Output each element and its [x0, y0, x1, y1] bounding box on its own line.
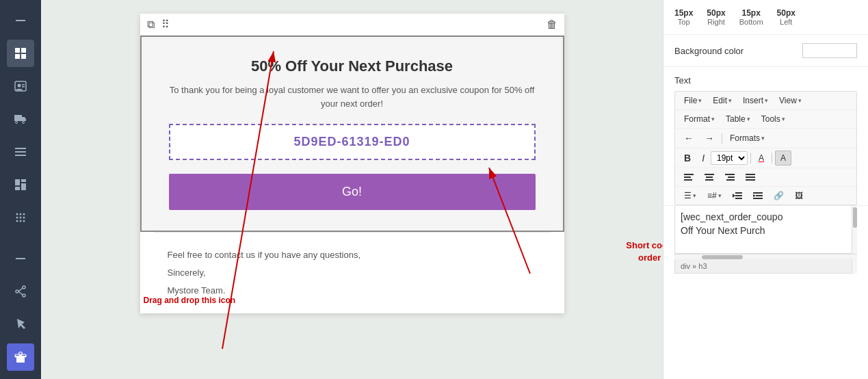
format-menu[interactable]: Format ▾ [679, 112, 720, 126]
svg-marker-58 [753, 194, 756, 197]
svg-rect-47 [725, 174, 735, 175]
align-center-button[interactable] [700, 170, 719, 184]
edit-menu[interactable]: Edit ▾ [708, 94, 737, 107]
table-menu[interactable]: Table ▾ [721, 112, 755, 126]
image-button[interactable]: 🖼 [790, 189, 808, 202]
svg-rect-48 [728, 177, 735, 178]
sidebar-item-pointer[interactable] [7, 311, 34, 338]
view-menu[interactable]: View ▾ [774, 94, 806, 107]
svg-rect-2 [21, 48, 26, 53]
copy-icon[interactable]: ⧉ [147, 18, 155, 31]
svg-point-23 [23, 217, 25, 219]
formats-dropdown[interactable]: Formats ▾ [725, 131, 770, 145]
redo-button[interactable]: → [700, 131, 719, 146]
annotation-drag-drop: Drag and drop this icon [144, 295, 236, 306]
file-menu[interactable]: File ▾ [679, 94, 707, 107]
scrollbar-track [852, 206, 857, 274]
svg-point-20 [23, 213, 25, 215]
svg-rect-14 [15, 179, 20, 185]
text-label: Text [674, 75, 857, 86]
svg-rect-7 [22, 84, 25, 86]
text-content-line1: [wec_next_order_coupo [681, 211, 848, 222]
svg-rect-42 [684, 177, 691, 178]
toolbar-row-5 [675, 168, 856, 187]
text-content-area[interactable]: [wec_next_order_coupo Off Your Next Purc… [674, 206, 857, 254]
bold-button[interactable]: B [679, 151, 696, 166]
tools-menu[interactable]: Tools ▾ [757, 112, 790, 126]
unordered-list-button[interactable]: ☰ ▾ [679, 189, 701, 202]
svg-point-26 [23, 220, 25, 222]
sidebar-item-truck[interactable] [7, 105, 34, 133]
undo-button[interactable]: ← [679, 131, 698, 146]
svg-rect-8 [22, 86, 25, 88]
highlight-color-button[interactable]: A [775, 151, 791, 166]
sidebar-item-lines[interactable] [7, 138, 34, 166]
sidebar-item-grid[interactable] [7, 40, 34, 67]
scrollbar-h-thumb[interactable] [702, 255, 743, 259]
toolbar-row-2: Format ▾ Table ▾ Tools ▾ [675, 110, 856, 129]
separator-3 [772, 153, 772, 164]
coupon-code: 5D9ED-61319-ED0 [169, 124, 536, 160]
coupon-block: 50% Off Your Next Purchase To thank you … [140, 36, 564, 232]
sidebar-item-gift[interactable] [7, 343, 34, 371]
svg-rect-4 [21, 54, 26, 59]
padding-bottom: 15px Bottom [739, 8, 763, 26]
sidebar-item-apps[interactable] [7, 204, 34, 231]
right-panel: 15px Top 50px Right 15px Bottom 50px Lef… [663, 0, 868, 379]
link-button[interactable]: 🔗 [769, 189, 789, 202]
svg-rect-45 [706, 177, 713, 178]
canvas-area: ⧉ ⠿ 🗑 50% Off Your Next Purchase To than… [41, 0, 663, 379]
scrollbar-thumb[interactable] [853, 207, 857, 228]
coupon-go-button[interactable]: Go! [169, 174, 536, 210]
svg-point-25 [20, 220, 22, 222]
sidebar-item-dash[interactable] [7, 245, 34, 272]
sidebar-item-contact[interactable] [7, 73, 34, 100]
bg-color-row: Background color [674, 43, 857, 58]
drag-handle-icon[interactable]: ⠿ [161, 18, 170, 31]
svg-rect-12 [15, 151, 26, 153]
canvas-wrapper: ⧉ ⠿ 🗑 50% Off Your Next Purchase To than… [140, 14, 564, 313]
svg-rect-41 [684, 174, 694, 175]
svg-rect-53 [735, 192, 742, 194]
sidebar-item-spacer [7, 237, 34, 239]
align-left-button[interactable] [679, 170, 698, 184]
svg-rect-43 [684, 179, 692, 181]
email-container: ⧉ ⠿ 🗑 50% Off Your Next Purchase To than… [140, 14, 564, 313]
svg-point-22 [20, 217, 22, 219]
svg-rect-27 [16, 258, 25, 259]
svg-point-30 [16, 290, 18, 293]
svg-point-19 [20, 213, 22, 215]
breadcrumb: div » h3 [674, 259, 857, 274]
svg-rect-49 [726, 179, 735, 181]
indent-button[interactable] [748, 189, 767, 202]
toolbar-row-1: File ▾ Edit ▾ Insert ▾ View ▾ [675, 92, 856, 110]
svg-rect-17 [21, 183, 26, 190]
insert-menu[interactable]: Insert ▾ [738, 94, 773, 107]
svg-rect-51 [746, 177, 755, 178]
italic-button[interactable]: I [697, 151, 709, 166]
svg-rect-55 [735, 195, 742, 196]
svg-rect-44 [705, 174, 714, 175]
svg-point-28 [23, 286, 25, 289]
svg-rect-13 [15, 155, 26, 156]
font-color-button[interactable]: A [754, 151, 769, 165]
svg-point-24 [16, 220, 18, 222]
editor-toolbar: File ▾ Edit ▾ Insert ▾ View ▾ Format ▾ T… [674, 91, 857, 205]
font-size-select[interactable]: 19pt 12pt 14pt 16pt 24pt [711, 151, 748, 165]
align-justify-button[interactable] [741, 170, 760, 184]
coupon-description: To thank you for being a loyal customer … [169, 83, 536, 110]
sidebar-item-share[interactable] [7, 278, 34, 305]
delete-icon-toolbar[interactable]: 🗑 [547, 18, 557, 31]
ordered-list-button[interactable]: ≡# ▾ [702, 189, 726, 202]
align-right-button[interactable] [720, 170, 739, 184]
sidebar-item-blocks[interactable] [7, 171, 34, 198]
svg-point-29 [23, 294, 25, 297]
svg-rect-60 [753, 198, 763, 199]
color-swatch[interactable] [802, 43, 857, 58]
outdent-button[interactable] [728, 189, 747, 202]
sidebar-item-minus[interactable] [7, 7, 34, 34]
background-color-section: Background color [663, 35, 868, 67]
svg-marker-54 [733, 194, 735, 198]
svg-rect-56 [735, 198, 742, 199]
svg-rect-3 [15, 54, 20, 59]
